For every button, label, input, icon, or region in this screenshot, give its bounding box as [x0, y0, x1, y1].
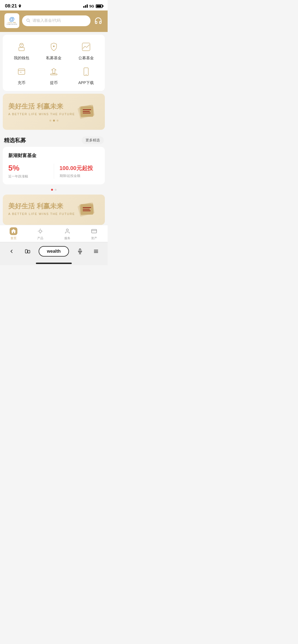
private-fund-label: 私募基金	[46, 56, 62, 61]
quick-actions: 我的钱包 私募基金 公募基金	[3, 35, 105, 91]
fund-return-rate: 5%	[8, 164, 48, 173]
network-label: 5G	[89, 4, 94, 8]
products-nav-label: 产品	[37, 236, 43, 240]
nav-assets[interactable]: 资产	[86, 227, 102, 240]
banner-dot-2	[53, 120, 55, 122]
app-download-icon	[79, 65, 93, 78]
battery-icon	[96, 4, 103, 8]
fund-return-section: 5% 近一年跌涨幅	[8, 164, 54, 179]
service-nav-label: 服务	[64, 236, 70, 240]
menu-button[interactable]	[91, 246, 101, 256]
fund-dot-2	[55, 189, 57, 191]
products-nav-icon	[36, 227, 44, 235]
app-download-label: APP下载	[78, 80, 94, 85]
svg-rect-30	[79, 249, 81, 252]
fund-return-label: 近一年跌涨幅	[8, 174, 48, 179]
fund-min-invest: 100.00元起投	[60, 165, 100, 172]
search-bar[interactable]: 请输入基金/代码	[22, 15, 91, 26]
bottom-nav: 首页 产品 服务 资产	[0, 225, 108, 242]
withdraw-label: 提币	[50, 80, 58, 85]
svg-point-0	[27, 19, 29, 21]
fund-card[interactable]: 新湖财富基金 5% 近一年跌涨幅 100.00元起投 期限/起投金额	[3, 147, 105, 184]
quick-item-private-fund[interactable]: 私募基金	[43, 40, 65, 61]
fund-dot-1	[51, 189, 53, 191]
svg-rect-9	[50, 74, 57, 75]
chart-icon	[79, 40, 93, 53]
assets-nav-label: 资产	[91, 236, 97, 240]
banner-dot-1	[49, 120, 51, 122]
nav-service[interactable]: 服务	[59, 227, 76, 240]
back-button[interactable]	[7, 246, 17, 256]
wallet-label: 我的钱包	[14, 56, 29, 61]
quick-item-withdraw[interactable]: 提币	[43, 65, 65, 85]
service-nav-icon	[63, 227, 71, 235]
shield-icon	[47, 40, 60, 53]
headset-button[interactable]	[93, 16, 103, 26]
banner-dot-3	[57, 120, 58, 122]
section-title: 精选私募	[4, 137, 26, 144]
search-icon	[26, 18, 30, 23]
svg-rect-6	[18, 69, 25, 74]
section-header: 精选私募 更多精选	[0, 133, 108, 147]
svg-rect-29	[28, 250, 30, 253]
app-logo[interactable]: @ CALL ME COME ON DATE	[4, 13, 19, 28]
banner2-decoration	[74, 199, 99, 221]
quick-row-1: 我的钱包 私募基金 公募基金	[6, 40, 102, 61]
deposit-icon	[15, 65, 28, 78]
status-time: 08:21	[5, 3, 22, 9]
quick-item-public-fund[interactable]: 公募基金	[75, 40, 97, 61]
nav-home[interactable]: 首页	[5, 227, 22, 240]
status-bar: 08:21 5G	[0, 0, 108, 10]
microphone-button[interactable]	[75, 246, 85, 256]
signal-icon	[83, 4, 88, 8]
home-nav-label: 首页	[10, 236, 17, 240]
search-placeholder: 请输入基金/代码	[33, 18, 61, 23]
svg-line-1	[29, 21, 30, 22]
withdraw-icon	[47, 65, 60, 78]
svg-point-24	[39, 230, 42, 232]
svg-rect-3	[19, 47, 24, 51]
quick-item-app-download[interactable]: APP下载	[75, 65, 97, 85]
wealth-pill[interactable]: wealth	[39, 246, 69, 257]
fund-card-dots	[0, 189, 108, 191]
fund-stats: 5% 近一年跌涨幅 100.00元起投 期限/起投金额	[8, 164, 99, 179]
deposit-label: 充币	[18, 80, 25, 85]
svg-point-4	[53, 46, 54, 47]
fund-min-invest-label: 期限/起投金额	[60, 174, 100, 178]
svg-point-25	[66, 229, 68, 231]
wallet-icon	[15, 40, 28, 53]
public-fund-label: 公募基金	[78, 56, 94, 61]
banner-decoration	[74, 101, 99, 123]
status-right: 5G	[83, 4, 103, 8]
location-icon	[18, 4, 22, 8]
fund-name: 新湖财富基金	[8, 152, 99, 159]
quick-item-deposit[interactable]: 充币	[10, 65, 33, 85]
assets-nav-icon	[90, 227, 98, 235]
banner-1[interactable]: 美好生活 利赢未来 A BETTER LIFE WINS THE FUTURE	[3, 94, 105, 130]
home-indicator	[0, 260, 108, 265]
svg-rect-28	[25, 250, 27, 253]
header: @ CALL ME COME ON DATE 请输入基金/代码	[0, 10, 108, 32]
home-nav-icon	[10, 227, 17, 235]
home-bar	[36, 263, 72, 264]
quick-row-2: 充币 提币 APP下载	[6, 65, 102, 85]
recents-button[interactable]	[23, 246, 33, 256]
banner-2[interactable]: 美好生活 利赢未来 A BETTER LIFE WINS THE FUTURE	[3, 195, 105, 225]
svg-rect-26	[92, 230, 97, 233]
nav-products[interactable]: 产品	[32, 227, 49, 240]
quick-item-wallet[interactable]: 我的钱包	[10, 40, 33, 61]
more-button[interactable]: 更多精选	[82, 136, 104, 144]
system-bar: wealth	[0, 242, 108, 260]
fund-invest-section: 100.00元起投 期限/起投金额	[54, 165, 100, 178]
